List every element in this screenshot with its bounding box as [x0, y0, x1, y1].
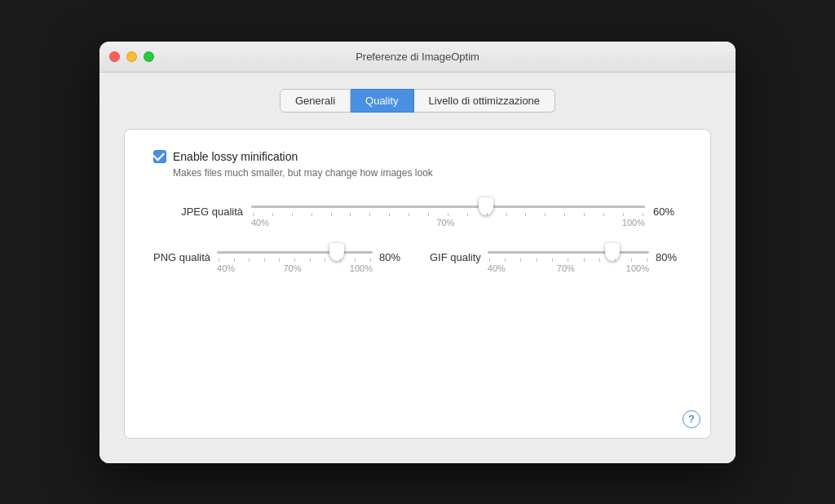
traffic-lights: [109, 51, 154, 62]
settings-panel: Enable lossy minification Makes files mu…: [124, 129, 711, 439]
png-label: PNG qualità: [153, 251, 210, 263]
gif-slider-row: GIF quality 40% 70%: [430, 242, 682, 273]
png-slider-row: PNG qualità 40% 70%: [153, 242, 405, 273]
lossy-minification-checkbox[interactable]: [153, 150, 166, 163]
tab-quality[interactable]: Quality: [351, 89, 413, 113]
png-slider-group: PNG qualità 40% 70%: [153, 242, 405, 273]
tab-livello[interactable]: Livello di ottimizzazione: [414, 89, 556, 113]
gif-slider-group: GIF quality 40% 70%: [430, 242, 682, 273]
jpeg-slider-container: 40% 70% 100%: [251, 197, 645, 228]
window-title: Preferenze di ImageOptim: [356, 51, 479, 63]
checkbox-label: Enable lossy minification: [173, 150, 298, 163]
png-scale: 40% 70% 100%: [217, 263, 373, 273]
minimize-button[interactable]: [126, 51, 137, 62]
bottom-sliders: PNG qualità 40% 70%: [153, 242, 682, 273]
preferences-window: Preferenze di ImageOptim Generali Qualit…: [99, 42, 736, 463]
checkbox-description: Makes files much smaller, but may change…: [173, 167, 682, 179]
gif-slider-container: 40% 70% 100%: [488, 242, 649, 273]
gif-label: GIF quality: [430, 251, 481, 263]
help-button[interactable]: ?: [683, 410, 700, 428]
jpeg-slider-row: JPEG qualità 40% 70%: [153, 197, 682, 228]
gif-value: 80%: [656, 251, 682, 263]
maximize-button[interactable]: [144, 51, 154, 62]
jpeg-quality-slider[interactable]: [251, 206, 645, 208]
window-content: Generali Quality Livello di ottimizzazio…: [99, 73, 736, 463]
close-button[interactable]: [109, 51, 120, 62]
gif-quality-slider[interactable]: [488, 251, 649, 254]
titlebar: Preferenze di ImageOptim: [99, 42, 736, 73]
checkbox-row: Enable lossy minification: [153, 150, 682, 163]
jpeg-label: JPEG qualità: [153, 206, 243, 218]
tab-generali[interactable]: Generali: [280, 89, 351, 113]
gif-scale: 40% 70% 100%: [488, 263, 649, 273]
tab-bar: Generali Quality Livello di ottimizzazio…: [124, 89, 711, 113]
lossy-minification-section: Enable lossy minification Makes files mu…: [153, 150, 682, 179]
jpeg-value: 60%: [653, 206, 682, 218]
png-value: 80%: [379, 251, 405, 263]
png-slider-container: 40% 70% 100%: [217, 242, 373, 273]
jpeg-scale: 40% 70% 100%: [251, 218, 645, 228]
png-quality-slider[interactable]: [217, 251, 373, 254]
